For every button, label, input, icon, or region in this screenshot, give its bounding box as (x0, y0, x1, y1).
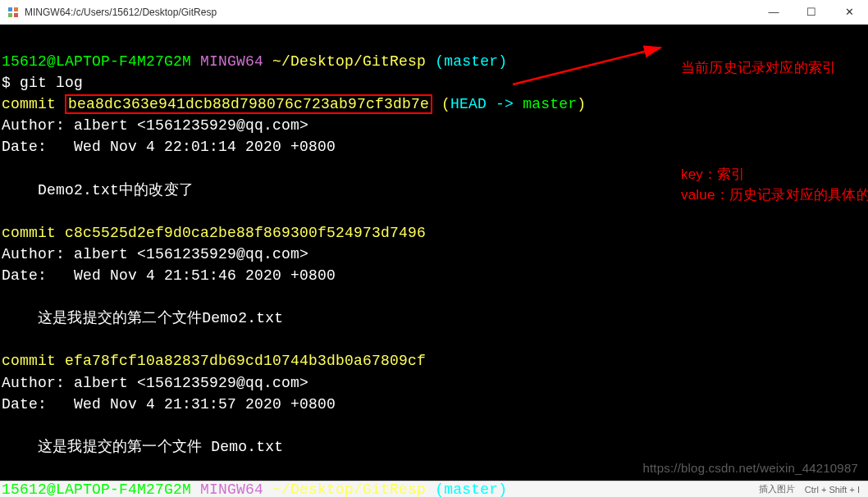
annotation-key: key：索引 (681, 164, 861, 185)
commit-label: commit (2, 353, 65, 369)
commit-author: Author: albert <1561235929@qq.com> (2, 375, 308, 391)
status-keys: Ctrl + Shift + I (805, 485, 860, 495)
window-titlebar: MINGW64:/c/Users/15612/Desktop/GitResp —… (0, 0, 868, 25)
minimize-button[interactable]: — (755, 0, 793, 25)
prompt-path: ~/Desktop/GitResp (272, 53, 426, 70)
annotation-top: 当前历史记录对应的索引 (681, 57, 861, 79)
branch-ref: master (523, 96, 577, 112)
prompt-user-host: 15612@LAPTOP-F4M27G2M (2, 481, 191, 497)
watermark-text: https://blog.csdn.net/weixin_44210987 (642, 459, 858, 477)
window-title: MINGW64:/c/Users/15612/Desktop/GitResp (25, 7, 755, 18)
prompt-symbol: $ (2, 75, 20, 91)
annotation-value: value：历史记录对应的具体的内容 (681, 185, 861, 206)
prompt-shell: MINGW64 (200, 481, 263, 497)
prompt-branch: (master) (435, 53, 507, 70)
command-text: git log (20, 75, 83, 91)
svg-rect-1 (14, 7, 18, 11)
commit-message: 这是我提交的第一个文件 Demo.txt (2, 439, 283, 455)
commit-message: Demo2.txt中的改变了 (2, 182, 194, 198)
commit-label: commit (2, 96, 65, 112)
annotation-arrow (509, 39, 673, 89)
commit-date: Date: Wed Nov 4 21:31:57 2020 +0800 (2, 396, 336, 413)
commit-author: Author: albert <1561235929@qq.com> (2, 117, 308, 134)
app-icon (7, 6, 20, 19)
head-close: ) (577, 96, 586, 112)
head-ref: HEAD -> (450, 96, 523, 112)
prompt-path: ~/Desktop/GitResp (272, 481, 426, 497)
svg-line-4 (513, 48, 660, 84)
head-open: ( (432, 96, 450, 112)
commit-author: Author: albert <1561235929@qq.com> (2, 246, 308, 262)
svg-rect-3 (14, 13, 18, 17)
maximize-button[interactable]: ☐ (793, 0, 830, 25)
prompt-shell: MINGW64 (200, 53, 263, 70)
prompt-branch: (master) (435, 481, 507, 497)
terminal-output[interactable]: 15612@LAPTOP-F4M27G2M MINGW64 ~/Desktop/… (0, 25, 868, 481)
prompt-user-host: 15612@LAPTOP-F4M27G2M (2, 53, 191, 70)
commit-message: 这是我提交的第二个文件Demo2.txt (2, 310, 283, 326)
status-insert: 插入图片 (759, 483, 795, 495)
svg-rect-0 (8, 7, 12, 11)
svg-rect-2 (8, 13, 12, 17)
commit-hash: c8c5525d2ef9d0ca2be88f869300f524973d7496 (65, 225, 426, 241)
close-button[interactable]: ✕ (830, 0, 868, 25)
commit-hash-highlighted: bea8dc363e941dcb88d798076c723ab97cf3db7e (65, 94, 432, 114)
commit-hash: efa78fcf10a82837db69cd10744b3db0a67809cf (65, 353, 426, 369)
commit-label: commit (2, 225, 65, 241)
commit-date: Date: Wed Nov 4 22:01:14 2020 +0800 (2, 139, 336, 155)
commit-date: Date: Wed Nov 4 21:51:46 2020 +0800 (2, 267, 336, 284)
